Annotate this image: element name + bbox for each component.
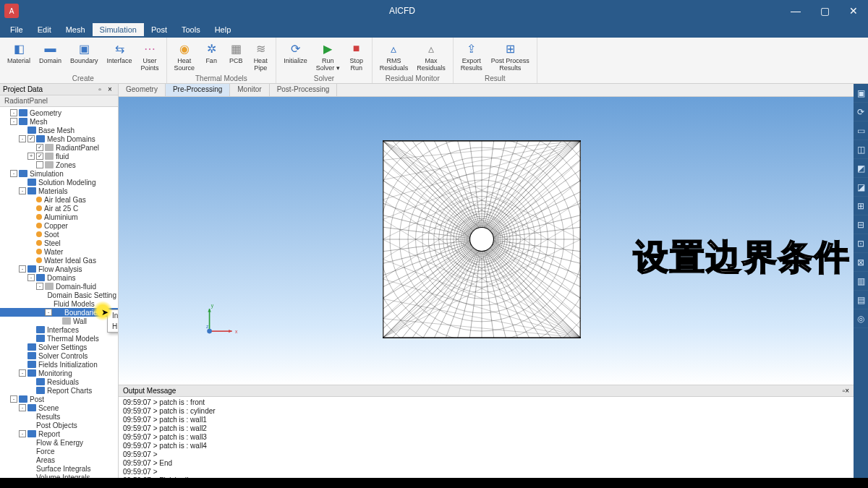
tree-node[interactable]: -Monitoring (0, 369, 118, 377)
panel-pin-icon[interactable]: ▫ (95, 85, 105, 93)
output-close-icon[interactable]: × (845, 387, 849, 395)
ribbon-domain[interactable]: ▬Domain (35, 39, 66, 67)
rail-btn-4[interactable]: ◩ (854, 159, 868, 178)
tree-node[interactable]: Post Objects (0, 421, 118, 429)
tree-toggle-icon[interactable]: - (19, 430, 26, 437)
tree-checkbox[interactable]: ✓ (36, 153, 43, 160)
tree-toggle-icon[interactable]: - (10, 118, 17, 125)
viewport[interactable]: x y z 设置边界条件 (119, 97, 854, 385)
tree-node[interactable]: Zones (0, 160, 118, 169)
output-console[interactable]: 09:59:07 > patch is : front09:59:07 > pa… (119, 397, 854, 478)
tree-node[interactable]: Flow & Energy (0, 438, 118, 447)
menu-file[interactable]: File (3, 23, 30, 36)
ribbon-post-process-results[interactable]: ⊞Post Process Results (487, 39, 534, 74)
tree-node[interactable]: -Post (0, 395, 118, 403)
tree-node[interactable]: -Materials (0, 187, 118, 195)
tree-node[interactable]: Air Ideal Gas (0, 195, 118, 204)
tab-post-processing[interactable]: Post-Processing (270, 84, 338, 96)
tree-node[interactable]: Fluid Models (0, 299, 118, 308)
rail-btn-8[interactable]: ⊡ (854, 234, 868, 253)
tree-node[interactable]: Aluminium (0, 213, 118, 221)
tab-pre-processing[interactable]: Pre-Processing (166, 84, 230, 96)
tree-toggle-icon[interactable]: - (10, 170, 17, 177)
tree-node[interactable]: ✓RadiantPanel (0, 143, 118, 152)
panel-close-icon[interactable]: × (105, 85, 115, 93)
tab-monitor[interactable]: Monitor (230, 84, 269, 96)
close-button[interactable]: ✕ (839, 0, 868, 22)
tree-toggle-icon[interactable] (27, 144, 35, 151)
minimize-button[interactable]: — (781, 0, 810, 22)
tree-node[interactable]: Residuals (0, 377, 118, 386)
menu-tools[interactable]: Tools (174, 23, 208, 36)
ribbon-user-points[interactable]: ⋯User Points (137, 39, 163, 74)
context-menu[interactable]: Insert BoundaryHide Boundary Markers (107, 309, 118, 333)
tree-node[interactable]: -Simulation (0, 169, 118, 178)
tree-node[interactable]: -Flow Analysis (0, 265, 118, 273)
tree-node[interactable]: Copper (0, 221, 118, 230)
ribbon-material[interactable]: ◧Material (3, 39, 35, 67)
tree-node[interactable]: Water (0, 247, 118, 256)
tree-node[interactable]: Force (0, 447, 118, 455)
tree-toggle-icon[interactable]: - (19, 265, 26, 273)
tree-node[interactable]: Wall (0, 317, 118, 325)
ribbon-interface[interactable]: ⇆Interface (103, 39, 137, 67)
ribbon-heat-source[interactable]: ◉Heat Source (170, 39, 200, 74)
tree-node[interactable]: -Boundaries (0, 308, 118, 317)
rail-btn-1[interactable]: ⟳ (854, 103, 868, 121)
tree-node[interactable]: Fields Initialization (0, 360, 118, 369)
tree-node[interactable]: Steel (0, 239, 118, 247)
ribbon-rms-residuals[interactable]: ▵RMS Residuals (375, 39, 413, 74)
tab-geometry[interactable]: Geometry (119, 84, 166, 96)
ribbon-stop-run[interactable]: ■Stop Run (344, 39, 369, 74)
tree-toggle-icon[interactable]: - (45, 309, 52, 316)
tree-toggle-icon[interactable]: - (10, 109, 17, 116)
menu-post[interactable]: Post (144, 23, 174, 36)
ribbon-boundary[interactable]: ▣Boundary (66, 39, 103, 67)
tree-checkbox[interactable]: ✓ (36, 144, 43, 151)
tree-toggle-icon[interactable]: - (36, 283, 43, 290)
rail-btn-2[interactable]: ▭ (854, 121, 868, 140)
tree-toggle-icon[interactable]: - (10, 395, 17, 403)
tree-toggle-icon[interactable] (27, 326, 35, 333)
tree-toggle-icon[interactable] (19, 343, 26, 351)
tree-node[interactable]: Thermal Models (0, 334, 118, 343)
tree-node[interactable]: Solver Controls (0, 351, 118, 360)
menu-simulation[interactable]: Simulation (93, 23, 144, 36)
menu-help[interactable]: Help (208, 23, 239, 36)
tree-toggle-icon[interactable] (19, 361, 26, 368)
tree-node[interactable]: +✓fluid (0, 152, 118, 160)
rail-btn-11[interactable]: ▤ (854, 291, 868, 309)
tree-node[interactable]: Water Ideal Gas (0, 256, 118, 265)
rail-btn-5[interactable]: ◪ (854, 178, 868, 197)
rail-btn-12[interactable]: ◎ (854, 309, 868, 328)
tree-node[interactable]: Base Mesh (0, 126, 118, 134)
tree-node[interactable]: Domain Basic Setting (0, 291, 118, 299)
rail-btn-0[interactable]: ▣ (854, 84, 868, 103)
tree-checkbox[interactable]: ✓ (27, 135, 35, 142)
tree-node[interactable]: Surface Integrals (0, 464, 118, 473)
tree-node[interactable]: Solution Modeling (0, 178, 118, 187)
tree-node[interactable]: Areas (0, 455, 118, 464)
ribbon-run-solver-[interactable]: ▶Run Solver ▾ (312, 39, 344, 74)
ribbon-export-results[interactable]: ⇪Export Results (456, 39, 487, 74)
tree-node[interactable]: Results (0, 412, 118, 421)
tree-node[interactable]: -Report (0, 429, 118, 438)
ribbon-fan[interactable]: ✲Fan (199, 39, 224, 67)
tree-toggle-icon[interactable]: - (19, 404, 26, 411)
rail-btn-7[interactable]: ⊟ (854, 215, 868, 234)
rail-btn-6[interactable]: ⊞ (854, 197, 868, 215)
tree-toggle-icon[interactable]: - (19, 369, 26, 377)
tree-toggle-icon[interactable]: - (27, 274, 35, 281)
tree-node[interactable]: Interfaces (0, 325, 118, 334)
ribbon-initialize[interactable]: ⟳Initialize (279, 39, 312, 67)
tree-node[interactable]: -Scene (0, 403, 118, 412)
tree-node[interactable]: Air at 25 C (0, 204, 118, 213)
tree-node[interactable]: -Domains (0, 273, 118, 282)
menu-mesh[interactable]: Mesh (59, 23, 93, 36)
context-item[interactable]: Insert Boundary (108, 310, 118, 321)
rail-btn-3[interactable]: ◫ (854, 140, 868, 159)
rail-btn-9[interactable]: ⊠ (854, 253, 868, 272)
tree-node[interactable]: -Mesh (0, 117, 118, 126)
tree-node[interactable]: Soot (0, 230, 118, 239)
ribbon-pcb[interactable]: ▦PCB (224, 39, 248, 67)
